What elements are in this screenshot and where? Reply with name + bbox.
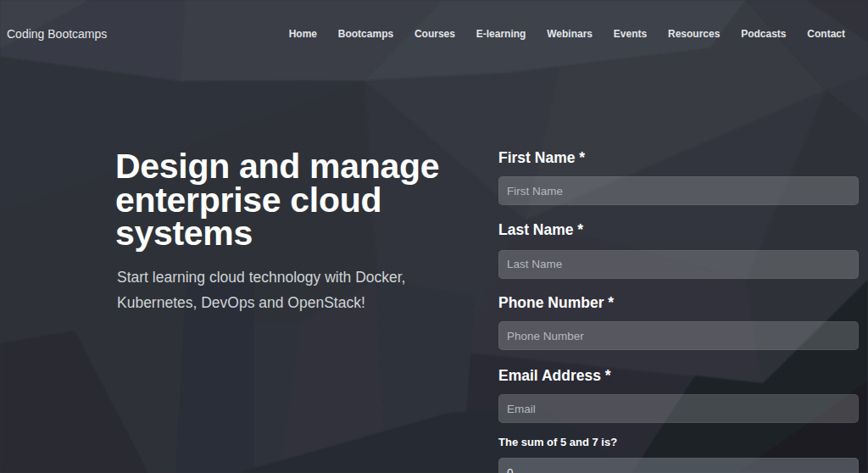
field-input[interactable] [498, 176, 859, 205]
nav-item: Bootcamps [338, 25, 393, 42]
nav-item: Courses [415, 25, 455, 42]
field-input[interactable] [498, 250, 859, 279]
field-label: First Name * [498, 148, 585, 167]
signup-form: First Name * Last Name * Phone Number * … [498, 0, 859, 473]
nav-link[interactable]: Bootcamps [338, 28, 393, 40]
hero-subtitle: Start learning cloud technology with Doc… [117, 264, 405, 315]
field-label: Email Address * [498, 366, 611, 385]
field-input[interactable] [498, 458, 859, 473]
nav-link[interactable]: Home [289, 28, 317, 40]
nav-link[interactable]: Courses [415, 28, 455, 40]
nav-item: Home [289, 25, 317, 42]
form-field: Last Name * [498, 250, 859, 279]
hero-subtitle-line: Kubernetes, DevOps and OpenStack! [117, 290, 405, 315]
hero-title-line: enterprise cloud [115, 184, 439, 218]
hero-title: Design and manageenterprise cloudsystems [115, 150, 439, 251]
form-field: First Name * [498, 176, 859, 205]
field-input[interactable] [498, 321, 859, 350]
hero-subtitle-line: Start learning cloud technology with Doc… [117, 264, 405, 290]
form-field: Phone Number * [498, 321, 859, 350]
hero-title-line: systems [115, 217, 439, 251]
brand-link[interactable]: Coding Bootcamps [7, 25, 107, 42]
field-label: The sum of 5 and 7 is? [498, 435, 617, 450]
field-input[interactable] [498, 394, 859, 423]
form-field: Email Address * [498, 394, 859, 423]
field-label: Last Name * [498, 220, 583, 239]
field-label: Phone Number * [498, 293, 614, 312]
hero-title-line: Design and manage [115, 150, 439, 184]
form-field: The sum of 5 and 7 is? [498, 458, 859, 473]
page: Coding Bootcamps Home Bootcamps Courses … [0, 0, 868, 473]
